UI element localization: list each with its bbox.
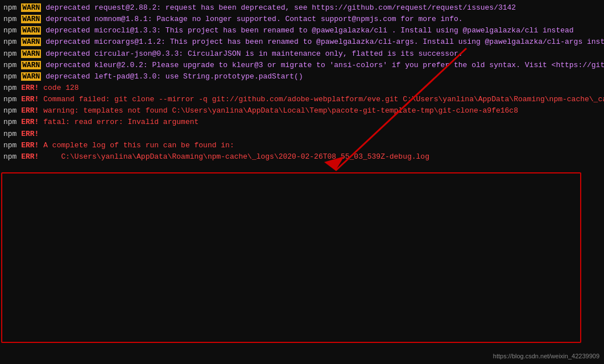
terminal-line: npm WARN deprecated left-pad@1.3.0: use …	[3, 71, 601, 82]
npm-prefix: npm	[3, 130, 21, 138]
npm-prefix: npm	[3, 15, 21, 23]
npm-prefix: npm	[3, 118, 21, 126]
terminal-line: npm WARN deprecated request@2.88.2: requ…	[3, 2, 601, 14]
npm-prefix: npm	[3, 49, 21, 58]
err-badge: ERR!	[21, 130, 39, 138]
terminal-line: npm WARN deprecated circular-json@0.3.3:…	[3, 48, 601, 60]
terminal-line: npm ERR! A complete log of this run can …	[3, 140, 601, 151]
warn-message: deprecated left-pad@1.3.0: use String.pr…	[41, 72, 303, 81]
warn-message: deprecated microcli@1.3.3: This project …	[41, 26, 573, 35]
npm-prefix: npm	[3, 72, 21, 81]
err-message: fatal: read error: Invalid argument	[39, 118, 198, 126]
err-badge: ERR!	[21, 106, 39, 115]
err-badge: ERR!	[21, 141, 39, 150]
warn-badge: WARN	[21, 26, 41, 35]
npm-prefix: npm	[3, 152, 21, 161]
terminal-line: npm ERR! code 128	[3, 82, 601, 94]
err-message: C:\Users\yanlina\AppData\Roaming\npm-cac…	[39, 152, 429, 161]
warn-badge: WARN	[21, 38, 41, 46]
terminal: npm WARN deprecated request@2.88.2: requ…	[0, 0, 604, 364]
npm-prefix: npm	[3, 3, 21, 12]
npm-prefix: npm	[3, 84, 21, 92]
err-badge: ERR!	[21, 95, 39, 104]
warn-message: deprecated circular-json@0.3.3: Circular…	[41, 49, 462, 58]
error-highlight-box	[1, 172, 581, 343]
terminal-line: npm ERR! Command failed: git clone --mir…	[3, 94, 601, 105]
terminal-line: npm WARN deprecated microcli@1.3.3: This…	[3, 25, 601, 36]
watermark: https://blog.csdn.net/weixin_42239909	[493, 353, 599, 359]
warn-message: deprecated microargs@1.1.2: This project…	[41, 38, 604, 46]
err-message: A complete log of this run can be found …	[39, 141, 234, 150]
terminal-line: npm WARN deprecated microargs@1.1.2: Thi…	[3, 36, 601, 48]
err-message: Command failed: git clone --mirror -q gi…	[39, 95, 604, 104]
terminal-line: npm ERR! warning: templates not found C:…	[3, 105, 601, 117]
terminal-output: npm WARN deprecated request@2.88.2: requ…	[3, 2, 601, 163]
warn-badge: WARN	[21, 49, 41, 58]
warn-message: deprecated kleur@2.0.2: Please upgrade t…	[41, 61, 604, 69]
err-badge: ERR!	[21, 84, 39, 92]
terminal-line: npm WARN deprecated nomnom@1.8.1: Packag…	[3, 14, 601, 25]
npm-prefix: npm	[3, 38, 21, 46]
err-message: code 128	[39, 84, 78, 92]
err-badge: ERR!	[21, 118, 39, 126]
err-message: warning: templates not found C:\Users\ya…	[39, 106, 518, 115]
warn-badge: WARN	[21, 72, 41, 81]
npm-prefix: npm	[3, 61, 21, 69]
npm-prefix: npm	[3, 141, 21, 150]
terminal-line: npm WARN deprecated kleur@2.0.2: Please …	[3, 60, 601, 71]
err-badge: ERR!	[21, 152, 39, 161]
terminal-line: npm ERR! fatal: read error: Invalid argu…	[3, 117, 601, 128]
warn-message: deprecated request@2.88.2: request has b…	[41, 3, 516, 12]
warn-badge: WARN	[21, 15, 41, 23]
terminal-line: npm ERR!	[3, 129, 601, 140]
npm-prefix: npm	[3, 106, 21, 115]
warn-message: deprecated nomnom@1.8.1: Package no long…	[41, 15, 462, 23]
warn-badge: WARN	[21, 61, 41, 69]
terminal-line: npm ERR! C:\Users\yanlina\AppData\Roamin…	[3, 151, 601, 163]
npm-prefix: npm	[3, 95, 21, 104]
warn-badge: WARN	[21, 3, 41, 12]
npm-prefix: npm	[3, 26, 21, 35]
